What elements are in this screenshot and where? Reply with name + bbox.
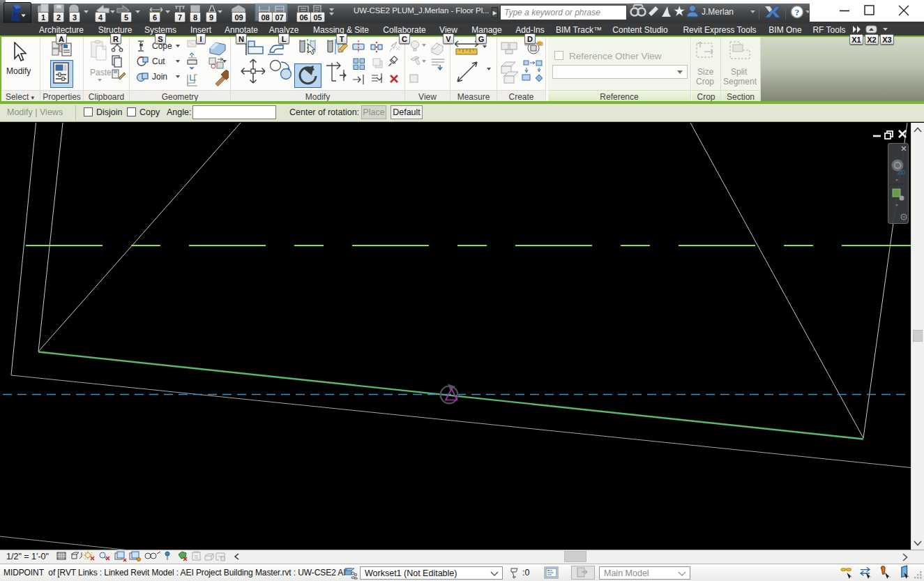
svg-text:2D: 2D [898,169,906,176]
svg-text:J.Merlan: J.Merlan [702,7,734,17]
svg-text:?: ? [795,7,800,17]
